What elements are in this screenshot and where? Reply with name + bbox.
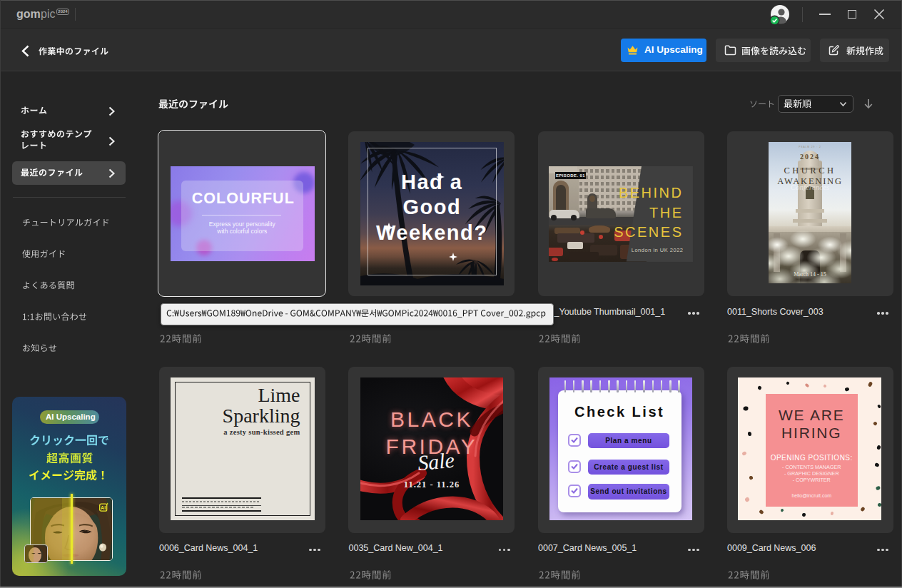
svg-text:AI: AI bbox=[101, 505, 106, 510]
